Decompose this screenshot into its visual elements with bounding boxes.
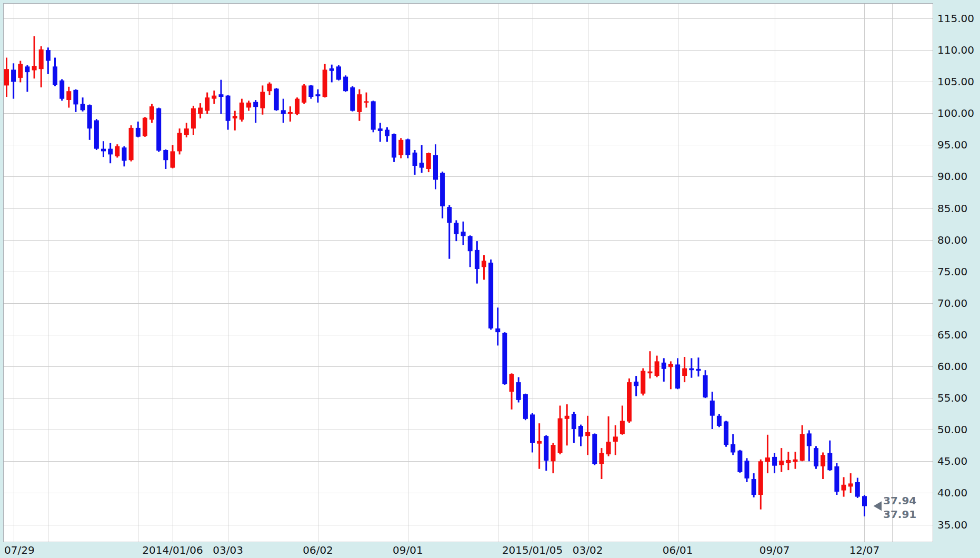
y-axis-label: 40.00 [937, 486, 967, 499]
x-axis-label: 2015/01/05 [502, 544, 563, 556]
x-axis-label: 09/07 [759, 544, 790, 556]
last-price-value-1: 37.94 [883, 494, 916, 507]
last-price-value-2: 37.91 [883, 507, 916, 521]
y-axis-label: 35.00 [937, 519, 967, 531]
y-axis-label: 60.00 [937, 360, 967, 373]
last-price-annotation: 37.94 37.91 [883, 494, 916, 521]
y-axis-label: 100.00 [937, 107, 974, 119]
y-axis-label: 70.00 [937, 297, 967, 310]
y-axis-label: 95.00 [937, 138, 967, 151]
candlestick-chart: 115.00110.00105.00100.0095.0090.0085.008… [0, 0, 980, 558]
x-axis-label: 07/29 [4, 544, 35, 556]
y-axis-label: 75.00 [937, 265, 967, 278]
x-axis-label: 2014/01/06 [142, 544, 203, 556]
x-axis-label: 06/02 [303, 544, 333, 556]
y-axis-label: 105.00 [937, 75, 974, 88]
y-axis-label: 55.00 [937, 392, 967, 404]
x-axis-label: 09/01 [393, 544, 423, 556]
x-axis-label: 03/02 [573, 544, 603, 556]
y-axis-label: 80.00 [937, 234, 967, 246]
y-axis-label: 45.00 [937, 455, 967, 467]
chart-plot-svg [0, 0, 980, 558]
y-axis-label: 90.00 [937, 170, 967, 183]
x-axis-label: 06/01 [663, 544, 693, 556]
y-axis-label: 110.00 [937, 44, 974, 56]
x-axis-label: 03/03 [213, 544, 243, 556]
y-axis-label: 85.00 [937, 202, 967, 215]
x-axis-label: 12/07 [849, 544, 880, 556]
y-axis-label: 115.00 [937, 12, 974, 25]
y-axis-label: 50.00 [937, 423, 967, 436]
y-axis-label: 65.00 [937, 328, 967, 341]
